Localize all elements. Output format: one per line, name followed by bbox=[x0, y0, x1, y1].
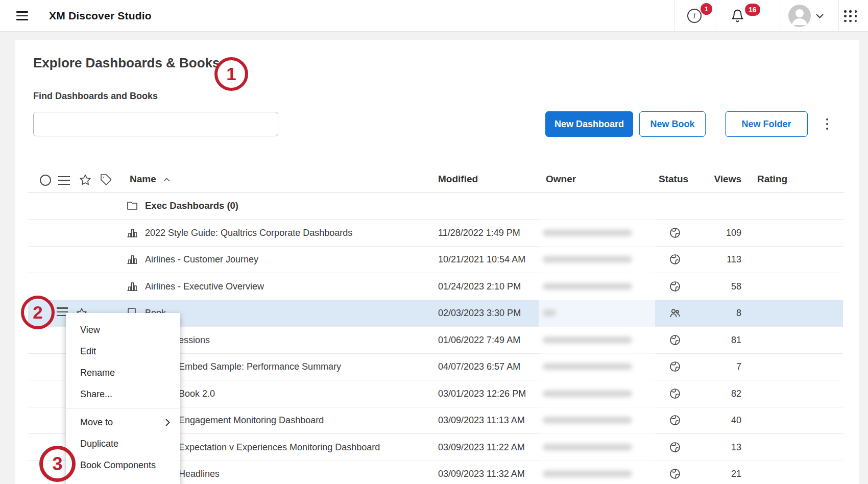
app-title: XM Discover Studio bbox=[49, 10, 152, 22]
menu-item-label: Duplicate bbox=[80, 439, 118, 449]
row-owner-blurred bbox=[543, 256, 632, 263]
row-modified: 01/24/2023 2:10 PM bbox=[438, 281, 521, 292]
row-views: 8 bbox=[694, 308, 741, 319]
menu-divider bbox=[66, 408, 180, 408]
notifications-bell-icon[interactable] bbox=[731, 9, 744, 23]
row-name: Engagement Monitoring Dashboard bbox=[179, 415, 324, 426]
public-globe-icon bbox=[669, 253, 681, 265]
row-name: essions bbox=[179, 334, 210, 345]
public-globe-icon bbox=[669, 360, 681, 373]
info-icon[interactable]: i bbox=[687, 9, 702, 23]
table-row[interactable]: Airlines - Executive Overview 01/24/2023… bbox=[28, 273, 843, 300]
menu-item-view[interactable]: View bbox=[66, 319, 180, 341]
row-modified: 01/06/2022 7:49 AM bbox=[438, 334, 520, 345]
dashboard-icon bbox=[126, 280, 138, 293]
search-label: Find Dashboards and Books bbox=[33, 91, 158, 102]
table-row[interactable]: 2022 Style Guide: Qualtrics Corporate Da… bbox=[28, 220, 843, 247]
hamburger-menu-icon[interactable] bbox=[16, 11, 29, 20]
row-name: Embed Sample: Performance Summary bbox=[179, 361, 341, 372]
menu-item-share[interactable]: Share... bbox=[66, 383, 180, 405]
row-modified: 02/03/2023 3:30 PM bbox=[438, 308, 521, 319]
menu-item-move-to[interactable]: Move to bbox=[66, 412, 180, 433]
menu-item-rename[interactable]: Rename bbox=[66, 362, 180, 383]
shared-users-icon bbox=[669, 307, 681, 319]
public-globe-icon bbox=[669, 468, 681, 480]
menu-item-book-components[interactable]: Book Components bbox=[66, 454, 180, 476]
page-title: Explore Dashboards & Books bbox=[33, 55, 220, 71]
labels-tag-icon[interactable] bbox=[100, 174, 112, 186]
search-input[interactable] bbox=[33, 112, 278, 136]
list-filter-icon[interactable] bbox=[58, 176, 70, 187]
row-name: Headlines bbox=[179, 469, 220, 479]
row-owner-blurred bbox=[543, 471, 632, 477]
row-modified: 11/28/2022 1:49 PM bbox=[438, 227, 520, 238]
dashboard-icon bbox=[126, 253, 138, 265]
public-globe-icon bbox=[669, 280, 681, 293]
row-views: 7 bbox=[694, 361, 741, 372]
row-owner-blurred bbox=[543, 229, 632, 236]
column-header-owner[interactable]: Owner bbox=[546, 174, 576, 185]
row-owner-blurred bbox=[543, 444, 632, 450]
app-grid-icon[interactable] bbox=[844, 10, 857, 22]
table-row[interactable]: Airlines - Customer Journey 10/21/2021 1… bbox=[28, 247, 843, 274]
row-owner-blurred bbox=[543, 364, 632, 370]
column-header-name[interactable]: Name bbox=[130, 174, 156, 185]
context-menu: ViewEditRenameShare...Move toDuplicateBo… bbox=[66, 313, 180, 484]
column-header-status[interactable]: Status bbox=[659, 174, 688, 185]
row-owner-blurred bbox=[543, 417, 632, 424]
divider bbox=[838, 0, 839, 32]
row-owner-blurred bbox=[543, 390, 632, 397]
public-globe-icon bbox=[669, 441, 681, 453]
row-owner-blurred bbox=[543, 310, 556, 317]
row-modified: 03/09/2023 11:32 AM bbox=[438, 469, 525, 479]
more-actions-button[interactable] bbox=[820, 111, 834, 137]
row-modified: 03/01/2023 12:26 PM bbox=[438, 388, 526, 399]
divider bbox=[780, 0, 780, 32]
row-name: Airlines - Executive Overview bbox=[145, 281, 264, 292]
table-row[interactable]: Exec Dashboards (0) bbox=[28, 192, 843, 220]
favorites-filter-star-icon[interactable] bbox=[79, 174, 91, 186]
row-views: 81 bbox=[694, 334, 741, 345]
row-modified: 10/21/2021 10:54 AM bbox=[438, 254, 525, 265]
sort-ascending-icon bbox=[163, 178, 170, 182]
divider bbox=[674, 0, 674, 32]
dashboard-icon bbox=[126, 227, 138, 239]
row-views: 13 bbox=[694, 442, 741, 452]
row-views: 113 bbox=[694, 254, 741, 265]
chevron-right-icon bbox=[165, 419, 170, 426]
menu-item-label: View bbox=[80, 325, 100, 335]
row-views: 109 bbox=[694, 227, 741, 238]
new-book-button[interactable]: New Book bbox=[639, 111, 706, 137]
row-name: Exec Dashboards (0) bbox=[145, 200, 238, 211]
column-header-views[interactable]: Views bbox=[694, 174, 741, 185]
menu-item-edit[interactable]: Edit bbox=[66, 341, 180, 362]
chevron-down-icon[interactable] bbox=[816, 14, 824, 18]
row-views: 21 bbox=[694, 469, 741, 479]
select-all-circle[interactable] bbox=[40, 175, 51, 186]
new-dashboard-button[interactable]: New Dashboard bbox=[545, 111, 633, 137]
row-modified: 03/09/2023 11:22 AM bbox=[438, 442, 525, 452]
row-status-icon bbox=[669, 200, 681, 212]
row-modified: 04/07/2023 6:57 AM bbox=[438, 361, 520, 372]
new-folder-button[interactable]: New Folder bbox=[725, 111, 808, 137]
menu-item-duplicate[interactable]: Duplicate bbox=[66, 433, 180, 454]
row-name: Expectation v Experiences Monitoring Das… bbox=[179, 442, 380, 452]
row-name: Book 2.0 bbox=[179, 388, 215, 399]
row-modified: 03/09/2023 11:13 AM bbox=[438, 415, 525, 426]
row-name: 2022 Style Guide: Qualtrics Corporate Da… bbox=[145, 227, 352, 238]
notifications-badge: 16 bbox=[745, 4, 760, 16]
row-owner-blurred bbox=[543, 283, 632, 289]
public-globe-icon bbox=[669, 227, 681, 239]
public-globe-icon bbox=[669, 414, 681, 426]
column-header-modified[interactable]: Modified bbox=[438, 174, 478, 185]
top-bar: XM Discover Studio i 1 16 bbox=[0, 0, 868, 32]
public-globe-icon bbox=[669, 334, 681, 346]
menu-item-label: Edit bbox=[80, 346, 96, 357]
action-buttons: New Dashboard New Book New Folder bbox=[545, 111, 808, 137]
avatar[interactable] bbox=[788, 5, 811, 27]
row-views: 82 bbox=[694, 388, 741, 399]
column-header-rating[interactable]: Rating bbox=[757, 174, 787, 185]
menu-item-label: Share... bbox=[80, 389, 112, 400]
row-name: Airlines - Customer Journey bbox=[145, 254, 258, 265]
info-badge: 1 bbox=[701, 3, 712, 15]
